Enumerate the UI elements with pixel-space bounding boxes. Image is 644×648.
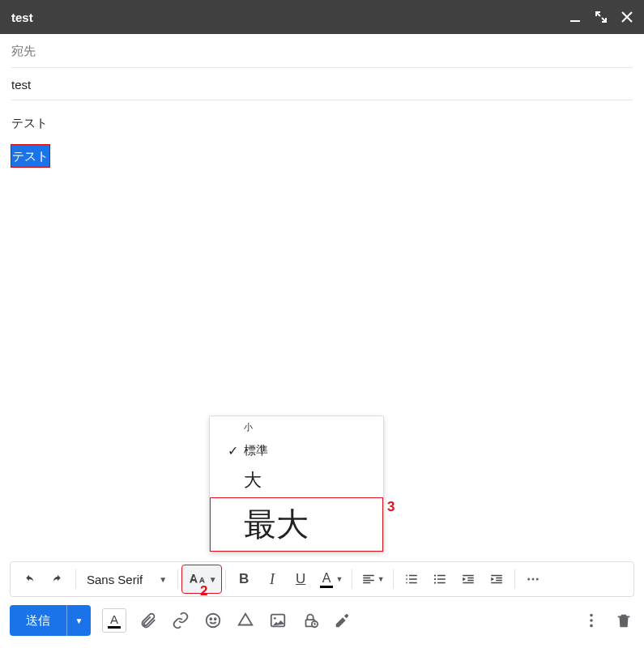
svg-point-15 (590, 619, 593, 622)
separator (514, 569, 515, 589)
compose-title: test (11, 11, 33, 24)
compose-bottom-bar: 送信 ▼ A (10, 603, 634, 638)
text-color-button[interactable]: A ▼ (315, 565, 348, 593)
svg-point-5 (532, 578, 535, 581)
font-size-huge[interactable]: 最大 (210, 497, 383, 552)
bulleted-list-button[interactable] (426, 565, 454, 593)
svg-point-7 (207, 614, 220, 628)
formatting-options-icon[interactable]: A (102, 608, 126, 633)
insert-signature-icon[interactable] (332, 610, 353, 631)
bold-button[interactable]: B (230, 565, 258, 593)
underline-button[interactable]: U (287, 565, 314, 593)
insert-emoji-icon[interactable] (203, 610, 224, 631)
subject-field[interactable]: test (11, 68, 633, 100)
indent-less-button[interactable] (454, 565, 482, 593)
chevron-down-icon: ▼ (159, 575, 167, 584)
compose-titlebar: test (0, 0, 644, 34)
chevron-down-icon: ▼ (209, 575, 217, 584)
separator (352, 569, 352, 589)
formatting-toolbar: Sans Serif ▼ ▼ B I U A ▼ ▼ (10, 561, 634, 597)
body-line-1: テスト (11, 112, 633, 134)
svg-point-11 (274, 617, 276, 620)
discard-draft-icon[interactable] (613, 610, 634, 631)
send-options-button[interactable]: ▼ (66, 605, 91, 636)
svg-point-2 (434, 578, 436, 580)
svg-point-4 (527, 578, 530, 581)
separator (75, 569, 76, 589)
svg-rect-0 (570, 20, 580, 22)
svg-point-3 (434, 582, 436, 583)
undo-button[interactable] (15, 565, 43, 593)
annotation-2: 2 (200, 583, 207, 599)
minimize-icon[interactable] (569, 11, 581, 23)
fullscreen-icon[interactable] (595, 11, 607, 23)
separator (393, 569, 394, 589)
font-family-label: Sans Serif (87, 573, 143, 586)
insert-drive-icon[interactable] (235, 610, 256, 631)
indent-more-button[interactable] (483, 565, 510, 593)
font-size-small[interactable]: 小 (210, 416, 383, 438)
close-icon[interactable] (621, 11, 633, 23)
font-size-normal[interactable]: ✓ 標準 (210, 438, 383, 463)
more-formatting-button[interactable] (519, 565, 547, 593)
send-button[interactable]: 送信 (10, 605, 66, 636)
svg-point-16 (590, 625, 593, 628)
italic-button[interactable]: I (258, 565, 286, 593)
svg-point-14 (590, 614, 593, 617)
mail-body[interactable]: テスト テスト (11, 100, 633, 167)
insert-photo-icon[interactable] (267, 610, 288, 631)
separator (177, 569, 178, 589)
body-selected-text[interactable]: テスト (11, 145, 49, 167)
svg-point-8 (210, 618, 211, 620)
attach-file-icon[interactable] (138, 610, 159, 631)
font-family-select[interactable]: Sans Serif ▼ (80, 573, 173, 586)
chevron-down-icon: ▼ (335, 575, 343, 583)
chevron-down-icon: ▼ (377, 575, 385, 583)
font-size-menu: 小 ✓ 標準 大 最大 (209, 416, 384, 552)
insert-link-icon[interactable] (170, 610, 191, 631)
align-button[interactable]: ▼ (356, 565, 389, 593)
redo-button[interactable] (44, 565, 71, 593)
check-icon: ✓ (221, 443, 244, 458)
annotation-3: 3 (387, 499, 395, 515)
svg-point-1 (434, 574, 436, 576)
confidential-mode-icon[interactable] (300, 610, 321, 631)
svg-point-6 (536, 578, 539, 581)
numbered-list-button[interactable] (398, 565, 425, 593)
more-options-icon[interactable] (581, 610, 602, 631)
to-field[interactable]: 宛先 (11, 34, 633, 68)
font-size-large[interactable]: 大 (210, 463, 383, 497)
svg-point-9 (215, 618, 216, 620)
separator (225, 569, 226, 589)
